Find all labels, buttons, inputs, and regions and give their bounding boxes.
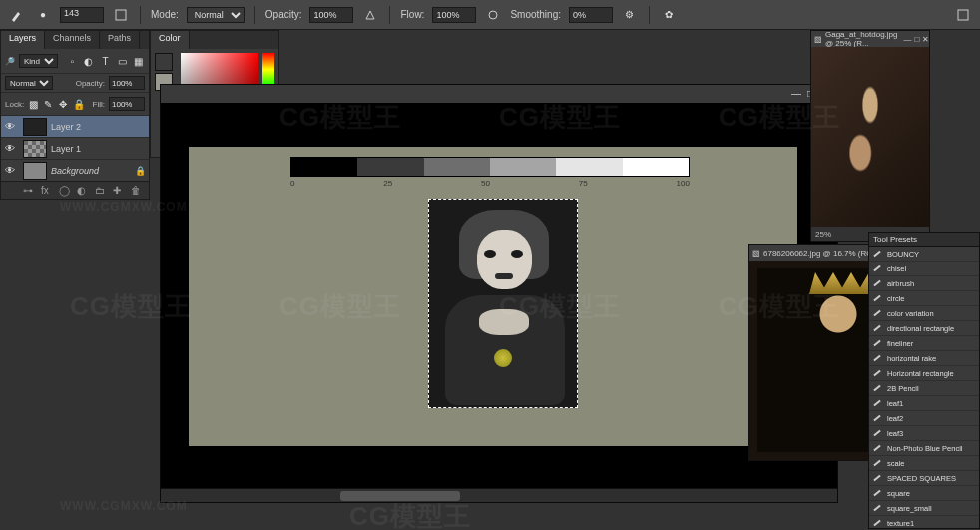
tool-preset-item[interactable]: square_small	[869, 501, 979, 516]
filter-adjust-icon[interactable]: ◐	[83, 52, 96, 70]
visibility-eye-icon[interactable]: 👁	[1, 165, 19, 176]
tool-preset-label: 2B Pencil	[887, 384, 919, 393]
ps-file-icon: ▧	[752, 249, 760, 258]
tool-preset-item[interactable]: color variation	[869, 306, 979, 321]
brush-preset-icon	[873, 368, 883, 378]
smoothing-gear-icon[interactable]: ⚙	[621, 6, 639, 24]
visibility-eye-icon[interactable]: 👁	[1, 121, 19, 132]
airbrush-icon[interactable]	[484, 6, 502, 24]
brush-preset-icon	[873, 518, 883, 528]
tool-preset-item[interactable]: square	[869, 486, 979, 501]
adjustment-icon[interactable]: ◐	[77, 185, 89, 197]
mask-icon[interactable]: ◯	[59, 185, 71, 197]
minimize-icon[interactable]: —	[904, 35, 912, 44]
layer-thumbnail[interactable]	[23, 140, 47, 158]
minimize-icon[interactable]: —	[791, 89, 801, 99]
layer-name[interactable]: Layer 2	[51, 122, 149, 132]
gradient-label: 25	[383, 179, 392, 188]
brush-preset-icon	[873, 264, 883, 273]
layer-row[interactable]: 👁 Layer 1	[1, 137, 149, 159]
brush-preset-icon	[873, 443, 883, 453]
tab-channels[interactable]: Channels	[45, 31, 100, 49]
tab-layers[interactable]: Layers	[1, 31, 45, 49]
close-icon[interactable]: ✕	[922, 35, 929, 44]
tool-preset-item[interactable]: Horizontal rectangle	[869, 366, 979, 381]
opacity-field[interactable]	[309, 7, 353, 23]
lock-position-icon[interactable]: ✥	[58, 95, 69, 113]
lock-transparency-icon[interactable]: ▩	[28, 95, 39, 113]
delete-layer-icon[interactable]: 🗑	[131, 185, 143, 197]
layer-row[interactable]: 👁 Layer 2	[1, 115, 149, 137]
flow-field[interactable]	[432, 7, 476, 23]
filter-type-icon[interactable]: T	[99, 52, 112, 70]
layer-opacity-field[interactable]	[109, 76, 145, 90]
link-layers-icon[interactable]: ⊶	[23, 185, 35, 197]
scrollbar-thumb[interactable]	[340, 491, 460, 501]
tool-preset-item[interactable]: airbrush	[869, 276, 979, 291]
layer-name[interactable]: Layer 1	[51, 144, 149, 154]
brush-preset-icon	[873, 338, 883, 348]
kind-filter[interactable]: Kind	[19, 54, 58, 68]
document-titlebar[interactable]: — □ ✕	[161, 85, 837, 103]
symmetry-icon[interactable]: ✿	[660, 6, 678, 24]
brush-preset-icon	[873, 308, 883, 318]
tool-presets-title[interactable]: Tool Presets	[869, 233, 979, 247]
fx-icon[interactable]: fx	[41, 185, 53, 197]
visibility-eye-icon[interactable]: 👁	[1, 143, 19, 154]
filter-smart-icon[interactable]: ▦	[132, 52, 145, 70]
tool-preset-item[interactable]: Non-Photo Blue Pencil	[869, 441, 979, 456]
ref1-title: Gaga_at_hotdog.jpg @ 25% (R...	[825, 30, 898, 48]
tool-preset-item[interactable]: BOUNCY	[869, 247, 979, 262]
new-layer-icon[interactable]: ✚	[113, 185, 125, 197]
tool-preset-item[interactable]: SPACED SQUARES	[869, 471, 979, 486]
canvas[interactable]: 0 25 50 75 100	[161, 103, 837, 488]
tool-preset-label: Non-Photo Blue Pencil	[887, 444, 962, 453]
workspace-icon[interactable]	[954, 6, 972, 24]
tab-color[interactable]: Color	[151, 31, 190, 49]
tool-preset-item[interactable]: fineliner	[869, 336, 979, 351]
tool-preset-item[interactable]: circle	[869, 291, 979, 306]
svg-rect-0	[116, 10, 126, 20]
filter-shape-icon[interactable]: ▭	[116, 52, 129, 70]
brush-preview-icon[interactable]: ●	[34, 6, 52, 24]
gradient-stop	[291, 158, 357, 176]
horizontal-scrollbar[interactable]	[161, 488, 837, 502]
ref1-titlebar[interactable]: ▧ Gaga_at_hotdog.jpg @ 25% (R... — □ ✕	[811, 31, 929, 47]
gradient-bar	[290, 157, 690, 177]
reference-window-1[interactable]: ▧ Gaga_at_hotdog.jpg @ 25% (R... — □ ✕ 2…	[810, 30, 930, 242]
selection-marquee[interactable]	[428, 199, 578, 408]
tool-preset-item[interactable]: leaf1	[869, 396, 979, 411]
foreground-swatch[interactable]	[155, 53, 173, 71]
pressure-opacity-icon[interactable]	[361, 6, 379, 24]
tool-preset-item[interactable]: chisel	[869, 262, 979, 276]
lock-pixels-icon[interactable]: ✎	[43, 95, 54, 113]
lock-all-icon[interactable]: 🔒	[73, 95, 85, 113]
layer-thumbnail[interactable]	[23, 162, 47, 180]
kind-label: 🔎	[5, 57, 15, 66]
layer-name[interactable]: Background	[51, 166, 135, 176]
tool-preset-item[interactable]: texture1	[869, 516, 979, 529]
brush-tool-icon[interactable]	[8, 6, 26, 24]
fill-field[interactable]	[109, 97, 145, 111]
layer-blend-select[interactable]: Normal	[5, 76, 53, 90]
layer-thumbnail[interactable]	[23, 118, 47, 136]
maximize-icon[interactable]: □	[915, 35, 920, 44]
tool-preset-item[interactable]: leaf3	[869, 426, 979, 441]
layer-row[interactable]: 👁 Background 🔒	[1, 159, 149, 181]
group-icon[interactable]: 🗀	[95, 185, 107, 197]
brush-panel-toggle-icon[interactable]	[112, 6, 130, 24]
blend-mode-select[interactable]: Normal	[187, 7, 245, 23]
brush-preset-icon	[873, 458, 883, 468]
tool-preset-item[interactable]: 2B Pencil	[869, 381, 979, 396]
tool-preset-item[interactable]: scale	[869, 456, 979, 471]
tab-paths[interactable]: Paths	[100, 31, 140, 49]
filter-pixel-icon[interactable]: ▫	[66, 52, 79, 70]
tool-preset-item[interactable]: directional rectangle	[869, 321, 979, 336]
tool-preset-item[interactable]: horizontal rake	[869, 351, 979, 366]
tool-preset-item[interactable]: leaf2	[869, 411, 979, 426]
ref1-canvas[interactable]	[811, 47, 929, 227]
brush-preset-icon	[873, 353, 883, 363]
smoothing-field[interactable]	[569, 7, 613, 23]
artboard[interactable]: 0 25 50 75 100	[189, 147, 797, 446]
brush-size-field[interactable]: 143	[60, 7, 104, 23]
